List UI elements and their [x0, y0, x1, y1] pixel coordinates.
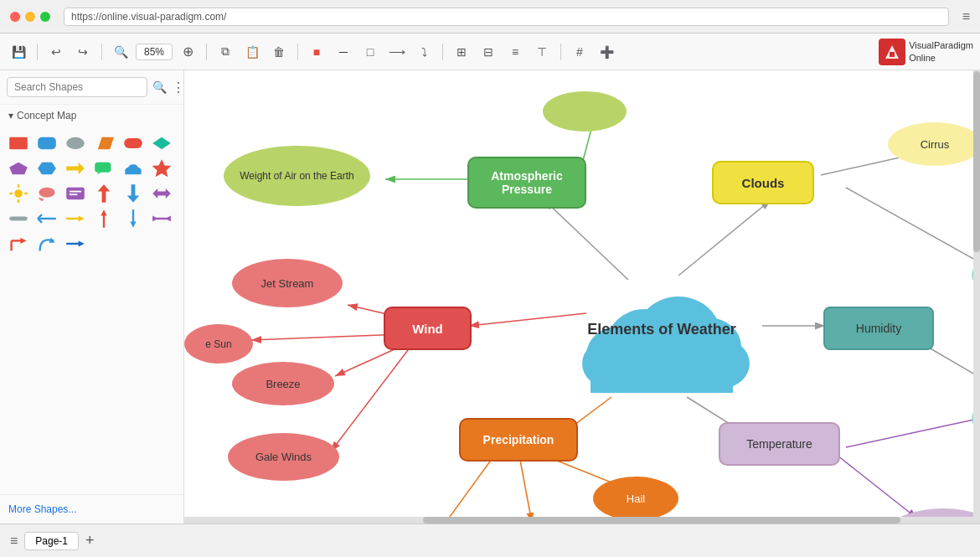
- shape-up-arrow2[interactable]: [94, 209, 114, 229]
- canvas-area[interactable]: Elements of Weather Atmospheric Pressure…: [184, 70, 980, 523]
- shape-cloud[interactable]: [123, 158, 143, 178]
- grid-button[interactable]: #: [568, 40, 591, 64]
- center-label: Elements of Weather: [587, 320, 736, 339]
- svg-marker-43: [152, 215, 157, 221]
- svg-marker-7: [152, 137, 171, 149]
- shape-curved-arrow[interactable]: [37, 234, 57, 254]
- shape-rounded-rect[interactable]: [37, 133, 57, 153]
- scrollbar-horizontal-thumb[interactable]: [423, 517, 900, 523]
- bottom-bar: ≡ Page-1 +: [0, 523, 980, 557]
- main-layout: 🔍 ⋮ ▾ Concept Map: [0, 70, 980, 523]
- sidebar-menu-icon[interactable]: ⋮: [172, 80, 184, 95]
- shape-grid: [0, 126, 183, 260]
- close-button[interactable]: [10, 12, 20, 22]
- node-breeze[interactable]: Breeze: [232, 362, 334, 405]
- shape-sun[interactable]: [8, 183, 28, 204]
- shape-note[interactable]: [65, 183, 85, 204]
- breeze-label: Breeze: [266, 378, 300, 390]
- shape-rounded-rect2[interactable]: [123, 133, 143, 153]
- jetstream-label: Jet Stream: [261, 277, 314, 290]
- scrollbar-vertical-thumb[interactable]: [973, 71, 980, 252]
- node-weight[interactable]: Weight of Air on the Earth: [224, 146, 370, 206]
- undo-button[interactable]: ↩: [44, 40, 68, 64]
- node-cirrus[interactable]: Cirrus: [888, 122, 980, 166]
- shape-arrow-up[interactable]: [94, 183, 114, 204]
- shape-ellipse[interactable]: [65, 133, 85, 153]
- node-temperature[interactable]: Temperature: [719, 422, 840, 466]
- maximize-button[interactable]: [40, 12, 50, 22]
- copy-button[interactable]: ⧉: [214, 40, 237, 64]
- minimize-button[interactable]: [25, 12, 35, 22]
- delete-button[interactable]: 🗑: [267, 40, 291, 64]
- menu-icon[interactable]: ≡: [962, 9, 970, 24]
- node-sun[interactable]: e Sun: [184, 324, 253, 364]
- scrollbar-horizontal[interactable]: [184, 517, 980, 523]
- node-gale[interactable]: Gale Winds: [228, 433, 339, 481]
- shape-arrow-blue[interactable]: [65, 234, 85, 254]
- sep4: [297, 44, 298, 60]
- shape-down-arrow2[interactable]: [123, 209, 143, 229]
- node-wind[interactable]: Wind: [384, 307, 472, 350]
- zoom-value[interactable]: 85%: [136, 44, 173, 60]
- node-precipitation[interactable]: Precipitation: [459, 418, 578, 462]
- sidebar-toggle-button[interactable]: ≡: [10, 534, 18, 549]
- traffic-lights: [10, 12, 50, 22]
- zoom-in-button[interactable]: ⊕: [176, 40, 199, 64]
- svg-marker-37: [79, 215, 85, 221]
- svg-marker-41: [130, 222, 136, 228]
- svg-marker-47: [20, 238, 26, 244]
- node-top-green[interactable]: [543, 91, 627, 132]
- shape-rect[interactable]: [8, 133, 28, 153]
- node-clouds[interactable]: Clouds: [712, 161, 814, 204]
- connector-button[interactable]: ⟶: [385, 40, 409, 64]
- node-hail[interactable]: Hail: [593, 477, 678, 520]
- distribute-button[interactable]: ⊟: [477, 40, 500, 64]
- shape-speech[interactable]: [94, 158, 114, 178]
- shape-arrow[interactable]: [65, 158, 85, 178]
- scrollbar-vertical[interactable]: [973, 70, 980, 523]
- shape-diamond[interactable]: [152, 133, 172, 153]
- shape-double-arrow[interactable]: [152, 183, 172, 204]
- shape-line[interactable]: [37, 209, 57, 229]
- zoom-out-button[interactable]: 🔍: [109, 40, 132, 64]
- shape-bidirectional[interactable]: [152, 209, 172, 229]
- search-icon[interactable]: 🔍: [152, 80, 167, 94]
- svg-line-64: [331, 347, 410, 451]
- node-jetstream[interactable]: Jet Stream: [232, 259, 343, 307]
- add-page-button[interactable]: +: [85, 532, 95, 549]
- align-button[interactable]: ≡: [503, 40, 527, 64]
- shape-minus[interactable]: [8, 209, 28, 229]
- shape-pentagon[interactable]: [8, 158, 28, 178]
- line-style-button[interactable]: ⤵: [412, 40, 436, 64]
- shape-arrow-down[interactable]: [123, 183, 143, 204]
- add-button[interactable]: ➕: [595, 40, 618, 64]
- shape-bent-arrow[interactable]: [8, 234, 28, 254]
- line-color-button[interactable]: ─: [332, 40, 355, 64]
- hail-label: Hail: [627, 493, 645, 505]
- svg-marker-39: [101, 209, 107, 215]
- order-button[interactable]: ⊤: [530, 40, 554, 64]
- search-input[interactable]: [7, 77, 147, 97]
- shape-star[interactable]: [152, 158, 172, 178]
- shape-arrow-right[interactable]: [65, 209, 85, 229]
- shape-thought[interactable]: [37, 183, 57, 204]
- redo-button[interactable]: ↪: [71, 40, 95, 64]
- node-humidity[interactable]: Humidity: [823, 307, 934, 350]
- shape-button[interactable]: □: [358, 40, 382, 64]
- save-button[interactable]: 💾: [7, 40, 30, 64]
- node-center[interactable]: Elements of Weather: [570, 263, 754, 397]
- precipitation-label: Precipitation: [483, 433, 554, 446]
- concept-map-section[interactable]: ▾ Concept Map: [0, 105, 183, 126]
- node-atm[interactable]: Atmospheric Pressure: [467, 157, 586, 209]
- paste-button[interactable]: 📋: [240, 40, 264, 64]
- svg-rect-11: [95, 162, 111, 173]
- more-shapes-link[interactable]: More Shapes...: [0, 494, 183, 523]
- fill-button[interactable]: ■: [305, 40, 328, 64]
- shape-parallelogram[interactable]: [94, 133, 114, 153]
- svg-marker-30: [126, 184, 138, 203]
- page-tab[interactable]: Page-1: [24, 532, 79, 550]
- url-bar[interactable]: https://online.visual-paradigm.com/: [64, 8, 949, 26]
- arrange-button[interactable]: ⊞: [450, 40, 473, 64]
- clouds-label: Clouds: [742, 176, 785, 190]
- shape-hexagon[interactable]: [37, 158, 57, 178]
